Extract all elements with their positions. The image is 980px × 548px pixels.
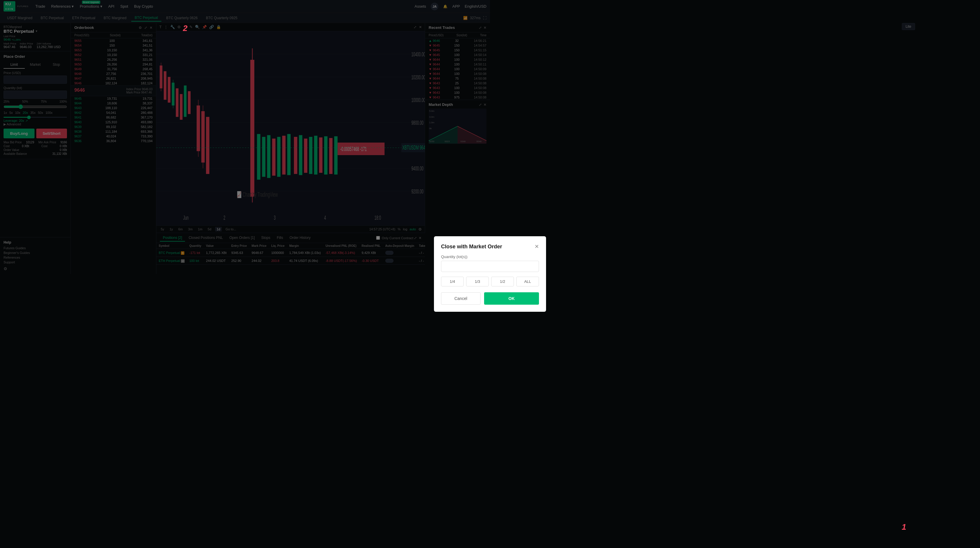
- modal-title: Close with Market Order: [441, 244, 490, 250]
- close-market-order-modal: Close with Market Order ✕ Quantity (lot(…: [434, 236, 490, 274]
- modal-header: Close with Market Order ✕: [441, 243, 490, 250]
- modal-quantity-label: Quantity (lot(s)): [441, 254, 490, 259]
- modal-quantity-input[interactable]: [441, 261, 490, 272]
- modal-overlay[interactable]: Close with Market Order ✕ Quantity (lot(…: [0, 0, 490, 274]
